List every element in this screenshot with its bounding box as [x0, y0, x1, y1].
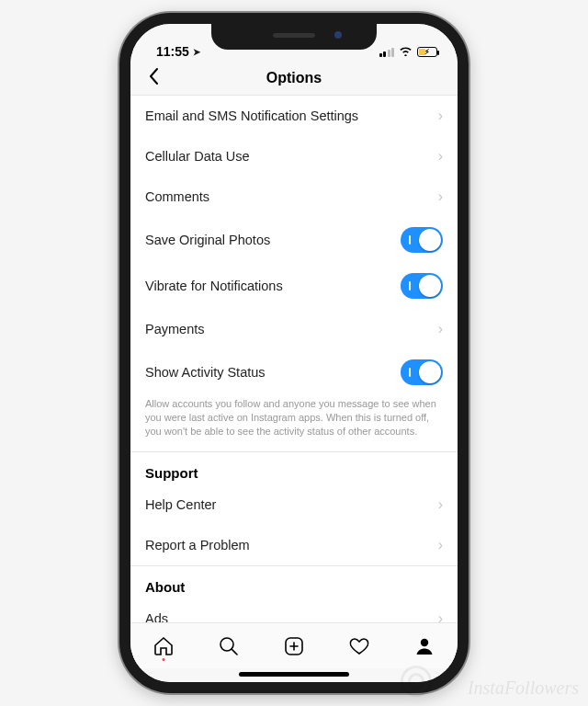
- row-help-center[interactable]: Help Center ›: [130, 484, 458, 525]
- wifi-icon: [399, 45, 413, 59]
- svg-line-1: [232, 649, 237, 655]
- chevron-right-icon: ›: [438, 496, 443, 513]
- tab-activity[interactable]: [346, 633, 372, 659]
- home-indicator[interactable]: [239, 672, 349, 677]
- row-label: Report a Problem: [145, 538, 438, 552]
- page-title: Options: [266, 70, 322, 86]
- row-payments[interactable]: Payments ›: [130, 309, 458, 349]
- row-label: Show Activity Status: [145, 365, 401, 380]
- row-vibrate-for-notifications: Vibrate for Notifications: [130, 263, 458, 309]
- toggle-save-original-photos[interactable]: [401, 227, 443, 253]
- tab-search[interactable]: [216, 633, 242, 659]
- row-save-original-photos: Save Original Photos: [130, 217, 458, 263]
- chevron-right-icon: ›: [438, 537, 443, 553]
- section-header-support: Support: [130, 452, 458, 484]
- nav-header: Options: [130, 61, 458, 96]
- chevron-right-icon: ›: [438, 148, 443, 165]
- toggle-vibrate-for-notifications[interactable]: [401, 273, 443, 299]
- activity-status-footnote: Allow accounts you follow and anyone you…: [130, 395, 458, 451]
- section-header-about: About: [130, 566, 458, 598]
- home-icon: [153, 635, 175, 657]
- tab-home[interactable]: [151, 633, 176, 659]
- row-label: Help Center: [145, 497, 438, 512]
- settings-list: Email and SMS Notification Settings › Ce…: [130, 96, 458, 622]
- tab-profile[interactable]: [412, 633, 437, 659]
- row-label: Vibrate for Notifications: [145, 279, 401, 293]
- cellular-signal-icon: [379, 48, 395, 57]
- row-label: Ads: [145, 611, 438, 622]
- profile-icon: [413, 635, 435, 657]
- heart-icon: [348, 635, 370, 657]
- row-label: Email and SMS Notification Settings: [145, 108, 438, 123]
- chevron-right-icon: ›: [438, 188, 443, 205]
- row-report-a-problem[interactable]: Report a Problem ›: [130, 525, 458, 565]
- chevron-right-icon: ›: [438, 108, 443, 124]
- back-button[interactable]: [140, 63, 167, 93]
- row-label: Payments: [145, 322, 438, 336]
- device-notch: [211, 24, 377, 50]
- row-label: Cellular Data Use: [145, 149, 438, 164]
- tab-new-post[interactable]: [281, 633, 307, 659]
- row-comments[interactable]: Comments ›: [130, 176, 458, 217]
- chevron-right-icon: ›: [438, 321, 443, 337]
- battery-icon: ⚡︎: [417, 47, 437, 57]
- location-icon: ➤: [193, 47, 200, 57]
- row-show-activity-status: Show Activity Status: [130, 349, 458, 395]
- watermark-text: InstaFollowers: [468, 678, 579, 699]
- plus-square-icon: [283, 635, 305, 657]
- row-email-sms-notifications[interactable]: Email and SMS Notification Settings ›: [130, 96, 458, 136]
- search-icon: [218, 635, 240, 657]
- status-time: 11:55: [156, 44, 189, 59]
- svg-point-5: [421, 638, 428, 645]
- row-ads[interactable]: Ads ›: [130, 598, 458, 622]
- phone-frame: 11:55 ➤ ⚡︎ Options: [119, 13, 469, 693]
- row-label: Comments: [145, 189, 438, 204]
- chevron-right-icon: ›: [438, 610, 443, 622]
- watermark-lens-icon: [401, 666, 432, 697]
- row-label: Save Original Photos: [145, 233, 401, 247]
- tab-bar: [130, 622, 458, 668]
- notification-dot-icon: [162, 658, 164, 661]
- row-cellular-data-use[interactable]: Cellular Data Use ›: [130, 136, 458, 176]
- toggle-show-activity-status[interactable]: [401, 359, 443, 385]
